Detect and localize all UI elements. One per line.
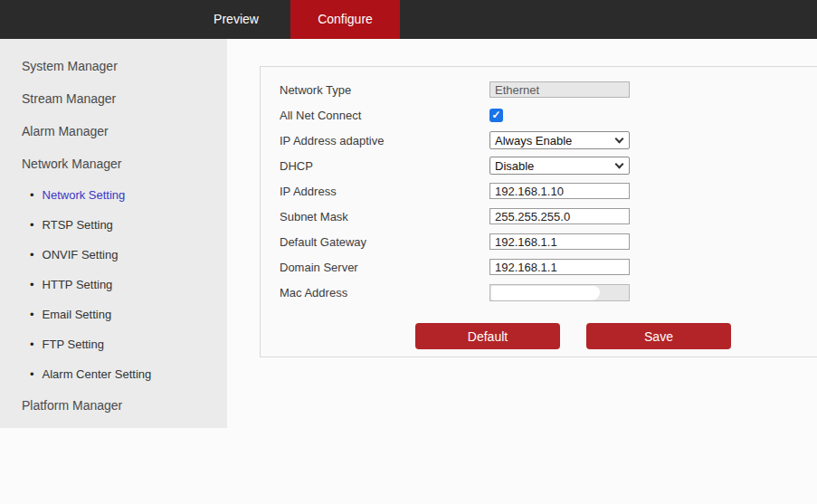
network-type-label: Network Type bbox=[280, 83, 489, 97]
ip-address-adaptive-label: IP Address adaptive bbox=[280, 134, 489, 147]
default-button[interactable]: Default bbox=[415, 323, 560, 349]
topbar: Preview Configure bbox=[0, 0, 817, 39]
subnet-mask-label: Subnet Mask bbox=[280, 210, 489, 223]
redaction-blob bbox=[491, 286, 600, 300]
sidebar: System ManagerStream ManagerAlarm Manage… bbox=[0, 39, 227, 428]
mac-address-field bbox=[489, 284, 630, 301]
sidebar-item-network-setting[interactable]: •Network Setting bbox=[0, 180, 227, 210]
sidebar-item-stream-manager[interactable]: Stream Manager bbox=[0, 82, 227, 115]
sidebar-item-label: RTSP Setting bbox=[43, 218, 113, 232]
chevron-down-icon bbox=[615, 160, 624, 169]
mac-address-label: Mac Address bbox=[280, 286, 489, 300]
sidebar-item-alarm-center-setting[interactable]: •Alarm Center Setting bbox=[0, 359, 227, 389]
sidebar-item-platform-manager[interactable]: Platform Manager bbox=[0, 389, 227, 422]
sidebar-item-rtsp-setting[interactable]: •RTSP Setting bbox=[0, 210, 227, 240]
bullet-icon: • bbox=[30, 367, 34, 381]
form-row-ip-address-adaptive: IP Address adaptiveAlways Enable bbox=[261, 128, 817, 153]
sidebar-item-alarm-manager[interactable]: Alarm Manager bbox=[0, 115, 227, 147]
default-gateway-label: Default Gateway bbox=[280, 235, 489, 249]
tab-preview[interactable]: Preview bbox=[182, 0, 290, 39]
bullet-icon: • bbox=[30, 278, 34, 291]
form-row-mac-address: Mac Address bbox=[261, 280, 817, 305]
save-button[interactable]: Save bbox=[586, 323, 731, 349]
sidebar-item-label: System Manager bbox=[22, 59, 118, 73]
form-rows: Network TypeAll Net Connect✓IP Address a… bbox=[261, 77, 817, 305]
bullet-icon: • bbox=[30, 308, 34, 321]
network-setting-panel: Network TypeAll Net Connect✓IP Address a… bbox=[260, 66, 817, 357]
ip-address-input[interactable] bbox=[489, 183, 630, 199]
domain-server-label: Domain Server bbox=[280, 261, 489, 274]
form-row-all-net-connect: All Net Connect✓ bbox=[261, 102, 817, 128]
sidebar-item-label: Network Setting bbox=[43, 188, 126, 202]
sidebar-item-label: FTP Setting bbox=[43, 338, 104, 351]
sidebar-item-label: Platform Manager bbox=[22, 398, 122, 413]
sidebar-item-label: Alarm Manager bbox=[22, 124, 109, 138]
sidebar-item-label: ONVIF Setting bbox=[43, 248, 119, 262]
bullet-icon: • bbox=[30, 218, 34, 232]
ip-address-label: IP Address bbox=[280, 185, 489, 198]
sidebar-item-ftp-setting[interactable]: •FTP Setting bbox=[0, 329, 227, 359]
network-type-input bbox=[489, 81, 630, 98]
sidebar-item-label: HTTP Setting bbox=[43, 278, 113, 291]
default-gateway-input[interactable] bbox=[489, 233, 630, 250]
form-row-network-type: Network Type bbox=[261, 77, 817, 102]
sidebar-item-email-setting[interactable]: •Email Setting bbox=[0, 300, 227, 329]
dhcp-selected-value: Disable bbox=[495, 159, 534, 173]
chevron-down-icon bbox=[615, 135, 624, 144]
sidebar-item-onvif-setting[interactable]: •ONVIF Setting bbox=[0, 240, 227, 270]
all-net-connect-label: All Net Connect bbox=[280, 109, 489, 122]
ip-address-adaptive-selected-value: Always Enable bbox=[495, 134, 572, 147]
form-row-subnet-mask: Subnet Mask bbox=[261, 204, 817, 229]
dhcp-label: DHCP bbox=[280, 159, 489, 173]
sidebar-item-label: Network Manager bbox=[22, 157, 122, 171]
form-row-domain-server: Domain Server bbox=[261, 254, 817, 280]
bullet-icon: • bbox=[30, 248, 34, 262]
subnet-mask-input[interactable] bbox=[489, 208, 630, 224]
form-row-ip-address: IP Address bbox=[261, 178, 817, 204]
domain-server-input[interactable] bbox=[489, 259, 630, 275]
form-row-dhcp: DHCPDisable bbox=[261, 153, 817, 178]
all-net-connect-checkbox[interactable]: ✓ bbox=[489, 109, 503, 122]
sidebar-item-system-manager[interactable]: System Manager bbox=[0, 50, 227, 82]
tab-configure[interactable]: Configure bbox=[290, 0, 400, 39]
ip-address-adaptive-select[interactable]: Always Enable bbox=[489, 131, 630, 149]
check-icon: ✓ bbox=[491, 109, 500, 120]
sidebar-item-http-setting[interactable]: •HTTP Setting bbox=[0, 270, 227, 300]
dhcp-select[interactable]: Disable bbox=[489, 157, 630, 175]
sidebar-item-label: Stream Manager bbox=[22, 91, 116, 106]
form-row-default-gateway: Default Gateway bbox=[261, 229, 817, 254]
sidebar-item-network-manager[interactable]: Network Manager bbox=[0, 147, 227, 180]
bullet-icon: • bbox=[30, 188, 34, 202]
sidebar-item-label: Alarm Center Setting bbox=[43, 367, 152, 381]
sidebar-item-label: Email Setting bbox=[43, 308, 112, 321]
bullet-icon: • bbox=[30, 338, 34, 351]
